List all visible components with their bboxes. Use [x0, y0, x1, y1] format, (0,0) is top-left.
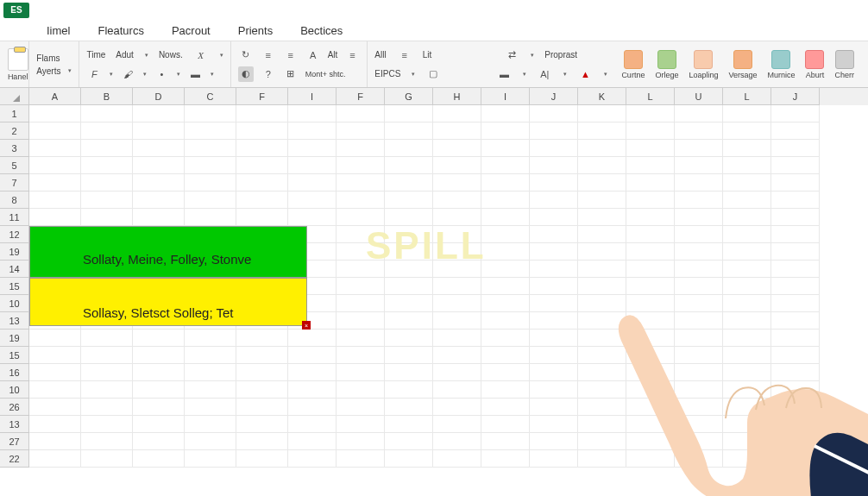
cell[interactable] — [771, 209, 820, 226]
cell[interactable] — [81, 416, 133, 433]
row-header[interactable]: 19 — [0, 243, 29, 261]
cell[interactable] — [530, 243, 578, 261]
cell[interactable] — [433, 347, 481, 364]
cell[interactable] — [81, 450, 133, 468]
cell[interactable] — [133, 105, 185, 122]
cell[interactable] — [29, 347, 81, 364]
cell[interactable] — [185, 381, 236, 399]
cell[interactable] — [385, 330, 433, 347]
ayerts-label[interactable]: Ayerts — [36, 66, 60, 76]
cell[interactable] — [385, 347, 433, 364]
cell[interactable] — [530, 416, 578, 433]
menu-item-prients[interactable]: Prients — [235, 22, 276, 39]
cell[interactable] — [185, 433, 236, 450]
cell[interactable] — [481, 243, 530, 261]
font-nows[interactable]: Nows. — [159, 50, 183, 60]
cell[interactable] — [433, 312, 481, 330]
cell[interactable] — [337, 174, 385, 191]
cell[interactable] — [385, 433, 433, 450]
cell[interactable] — [385, 140, 433, 157]
cell[interactable] — [288, 157, 337, 174]
col-header[interactable]: F — [236, 88, 288, 105]
cell[interactable] — [433, 364, 481, 381]
cell[interactable] — [236, 174, 288, 191]
cell[interactable] — [185, 364, 236, 381]
cell[interactable] — [236, 347, 288, 364]
cell[interactable] — [29, 191, 81, 209]
tool-loapling[interactable]: Loapling — [689, 50, 718, 79]
cell[interactable] — [481, 399, 530, 416]
cell[interactable] — [530, 261, 578, 278]
cell[interactable] — [133, 174, 185, 191]
cell[interactable] — [185, 157, 236, 174]
cell[interactable] — [433, 278, 481, 295]
font-adut[interactable]: Adut — [116, 50, 134, 60]
cell[interactable] — [133, 399, 185, 416]
cell[interactable] — [578, 105, 626, 122]
row-header[interactable]: 14 — [0, 261, 29, 278]
cell[interactable] — [385, 157, 433, 174]
cell[interactable] — [288, 209, 337, 226]
cell[interactable] — [81, 347, 133, 364]
select-all-corner[interactable] — [0, 88, 29, 105]
cell[interactable] — [337, 450, 385, 468]
row-header[interactable]: 1 — [0, 105, 29, 122]
cell[interactable] — [675, 226, 723, 243]
cell[interactable] — [288, 191, 337, 209]
row-header[interactable]: 11 — [0, 209, 29, 226]
cell[interactable] — [771, 191, 820, 209]
cell[interactable] — [385, 191, 433, 209]
cell[interactable] — [133, 433, 185, 450]
cell[interactable] — [81, 157, 133, 174]
cell[interactable] — [481, 433, 530, 450]
cell[interactable] — [771, 140, 820, 157]
cell[interactable] — [385, 381, 433, 399]
cell[interactable] — [81, 399, 133, 416]
row-header[interactable]: 7 — [0, 174, 29, 191]
cell[interactable] — [81, 140, 133, 157]
eipcs-label[interactable]: EIPCS — [374, 69, 400, 78]
cell[interactable] — [481, 347, 530, 364]
cell[interactable] — [481, 450, 530, 468]
error-indicator-icon[interactable]: × — [302, 321, 311, 330]
row-header[interactable]: 10 — [0, 295, 29, 312]
cell[interactable] — [530, 209, 578, 226]
cell[interactable] — [236, 399, 288, 416]
menu-item-pacrout[interactable]: Pacrout — [168, 22, 214, 39]
dot-icon[interactable]: • — [154, 66, 169, 82]
col-header[interactable]: I — [288, 88, 337, 105]
cell[interactable] — [385, 450, 433, 468]
cell[interactable] — [288, 105, 337, 122]
cell[interactable] — [337, 209, 385, 226]
cell[interactable] — [626, 157, 675, 174]
cell[interactable] — [433, 416, 481, 433]
cell[interactable] — [530, 433, 578, 450]
cell[interactable] — [626, 140, 675, 157]
cell[interactable] — [185, 330, 236, 347]
cell[interactable] — [675, 122, 723, 140]
cell[interactable] — [481, 174, 530, 191]
cell[interactable] — [433, 433, 481, 450]
cell[interactable] — [133, 140, 185, 157]
cell[interactable] — [29, 450, 81, 468]
cell[interactable] — [530, 174, 578, 191]
cell[interactable] — [578, 243, 626, 261]
tool-versage[interactable]: Versage — [728, 50, 757, 79]
col-header[interactable]: D — [133, 88, 185, 105]
cell[interactable] — [337, 381, 385, 399]
col-header[interactable]: U — [675, 88, 723, 105]
cell[interactable] — [337, 191, 385, 209]
cell[interactable] — [481, 191, 530, 209]
box-icon[interactable]: ▢ — [425, 66, 441, 82]
cell[interactable] — [133, 347, 185, 364]
row-header[interactable]: 13 — [0, 312, 29, 330]
cell[interactable] — [723, 209, 771, 226]
font-a-icon[interactable]: A — [305, 47, 321, 63]
cell[interactable] — [578, 209, 626, 226]
cell[interactable] — [626, 174, 675, 191]
cell[interactable] — [481, 209, 530, 226]
proprast-label[interactable]: Proprast — [544, 50, 577, 60]
cell[interactable] — [433, 450, 481, 468]
cell[interactable] — [481, 330, 530, 347]
cell[interactable] — [433, 174, 481, 191]
